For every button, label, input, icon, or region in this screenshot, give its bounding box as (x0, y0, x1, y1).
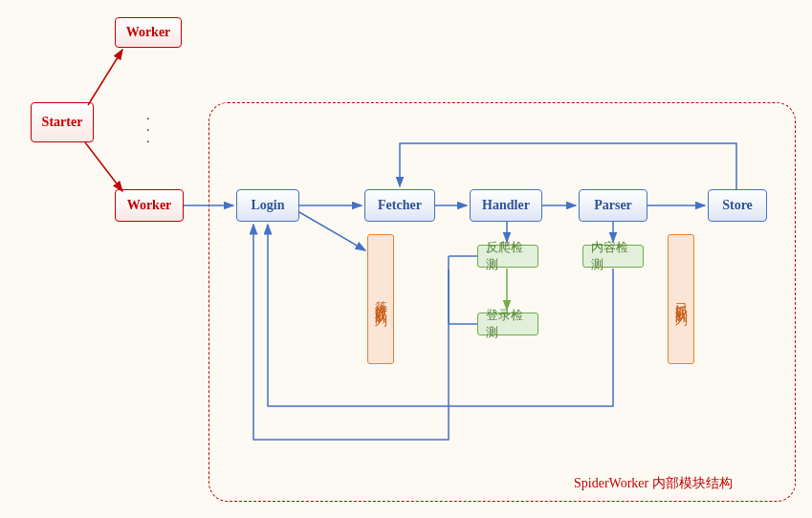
fetcher-node: Fetcher (364, 189, 435, 222)
starter-node: Starter (31, 102, 94, 142)
svg-line-1 (85, 142, 122, 191)
login-node: Login (236, 189, 299, 222)
parser-node: Parser (579, 189, 647, 222)
spiderworker-container (208, 102, 796, 502)
svg-line-0 (88, 50, 122, 105)
store-node: Store (708, 189, 767, 222)
worker-node-top: Worker (115, 17, 182, 48)
worker-node-bottom: Worker (115, 189, 184, 222)
content-check-node: 内容检测 (582, 245, 644, 268)
handler-node: Handler (470, 189, 542, 222)
ellipsis-dots: ... (146, 113, 150, 141)
anticrawl-node: 反爬检测 (477, 245, 538, 268)
container-caption: SpiderWorker 内部模块结构 (574, 475, 733, 492)
done-queue-node: 已抓取队列 (668, 234, 694, 364)
waiting-queue-node: 等待抓取队列 (367, 234, 394, 364)
login-check-node: 登录检测 (477, 313, 538, 335)
